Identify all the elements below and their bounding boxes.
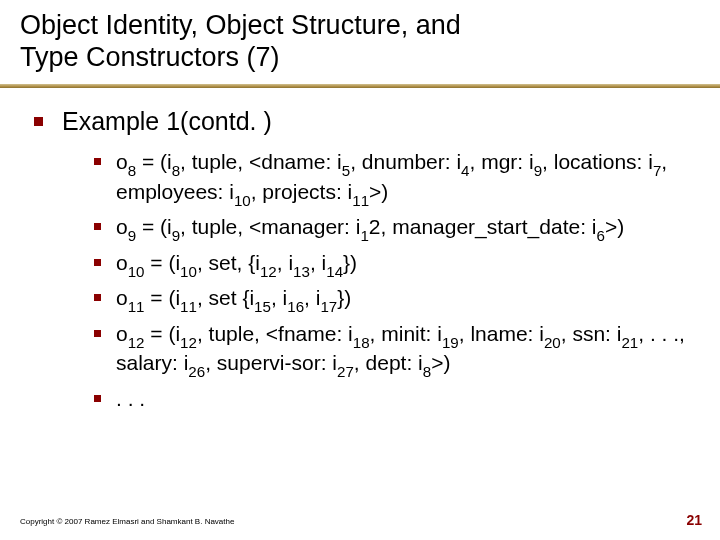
copyright-text: Copyright © 2007 Ramez Elmasri and Shamk… <box>20 517 234 526</box>
slide: Object Identity, Object Structure, and T… <box>0 0 720 540</box>
level1-heading: Example 1(contd. ) <box>62 107 272 135</box>
body-area: Example 1(contd. ) o8 = (i8, tuple, <dna… <box>0 106 720 413</box>
item-text: . . . <box>116 387 145 410</box>
level2-item: o9 = (i9, tuple, <manager: i12, manager_… <box>94 214 700 244</box>
slide-title: Object Identity, Object Structure, and T… <box>20 10 700 74</box>
square-bullet-icon <box>94 158 101 165</box>
level1-item: Example 1(contd. ) o8 = (i8, tuple, <dna… <box>34 106 700 413</box>
separator-bar <box>0 84 720 88</box>
title-line-2: Type Constructors (7) <box>20 42 280 72</box>
level2-item: o8 = (i8, tuple, <dname: i5, dnumber: i4… <box>94 149 700 208</box>
square-bullet-icon <box>94 395 101 402</box>
title-area: Object Identity, Object Structure, and T… <box>0 0 720 82</box>
item-text: o11 = (i11, set {i15, i16, i17}) <box>116 286 351 309</box>
item-text: o9 = (i9, tuple, <manager: i12, manager_… <box>116 215 624 238</box>
square-bullet-icon <box>94 330 101 337</box>
item-text: o12 = (i12, tuple, <fname: i18, minit: i… <box>116 322 685 375</box>
square-bullet-icon <box>94 259 101 266</box>
level2-item: o10 = (i10, set, {i12, i13, i14}) <box>94 250 700 280</box>
level2-item: . . . <box>94 386 700 413</box>
square-bullet-icon <box>34 117 43 126</box>
level1-list: Example 1(contd. ) o8 = (i8, tuple, <dna… <box>34 106 700 413</box>
square-bullet-icon <box>94 223 101 230</box>
item-text: o10 = (i10, set, {i12, i13, i14}) <box>116 251 357 274</box>
level2-item: o11 = (i11, set {i15, i16, i17}) <box>94 285 700 315</box>
square-bullet-icon <box>94 294 101 301</box>
level2-item: o12 = (i12, tuple, <fname: i18, minit: i… <box>94 321 700 380</box>
page-number: 21 <box>686 512 702 528</box>
level2-list: o8 = (i8, tuple, <dname: i5, dnumber: i4… <box>62 149 700 413</box>
item-text: o8 = (i8, tuple, <dname: i5, dnumber: i4… <box>116 150 667 203</box>
title-line-1: Object Identity, Object Structure, and <box>20 10 461 40</box>
